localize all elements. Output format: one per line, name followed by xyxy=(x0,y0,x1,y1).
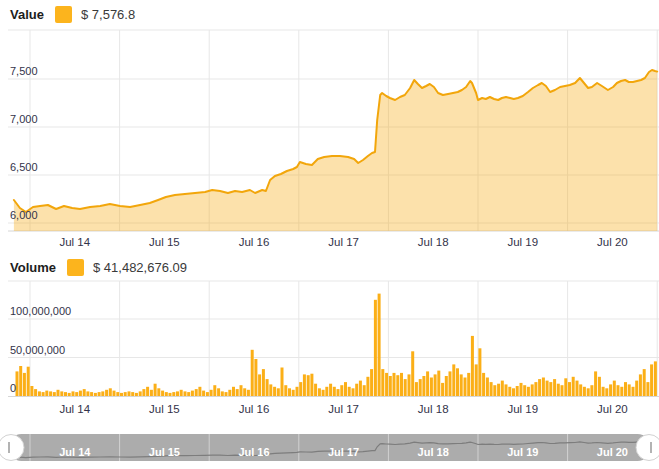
volume-bar xyxy=(396,375,399,396)
volume-bar xyxy=(34,389,37,396)
volume-bar xyxy=(139,391,142,396)
volume-bar xyxy=(497,384,500,396)
volume-bar xyxy=(225,392,228,396)
volume-bar xyxy=(579,384,582,396)
volume-bar xyxy=(176,391,179,396)
volume-bar xyxy=(325,387,328,396)
volume-bar xyxy=(90,392,93,396)
volume-bar xyxy=(38,391,41,396)
volume-bar xyxy=(296,387,299,396)
volume-bar xyxy=(538,379,541,396)
value-y-tick-label: 7,000 xyxy=(10,113,38,125)
volume-bar xyxy=(520,383,523,396)
volume-bar xyxy=(307,375,310,396)
volume-bar xyxy=(184,391,187,396)
volume-bar xyxy=(75,392,78,396)
volume-bar xyxy=(411,351,414,396)
volume-legend[interactable]: Volume $ 41,482,676.09 xyxy=(10,259,187,276)
volume-bar xyxy=(422,376,425,396)
volume-bar xyxy=(146,387,149,396)
volume-bar xyxy=(120,393,123,396)
range-navigator[interactable]: Jul 14Jul 15Jul 16Jul 17Jul 18Jul 19Jul … xyxy=(0,434,659,461)
volume-bar xyxy=(281,368,284,397)
volume-chart-labels: 050,000,000100,000,000Jul 14Jul 15Jul 16… xyxy=(10,305,628,415)
volume-bar xyxy=(531,384,534,396)
navigator-date-label: Jul 19 xyxy=(507,446,538,458)
volume-bar xyxy=(109,388,112,396)
volume-bar xyxy=(213,385,216,396)
volume-bar xyxy=(116,392,119,396)
volume-bar xyxy=(172,392,175,396)
volume-bar xyxy=(30,386,33,396)
value-legend[interactable]: Value $ 7,576.8 xyxy=(10,6,135,23)
volume-bar xyxy=(393,373,396,396)
volume-bar xyxy=(288,388,291,396)
volume-bar xyxy=(27,367,30,396)
volume-x-tick-label: Jul 18 xyxy=(418,403,449,415)
volume-bar xyxy=(635,381,638,396)
volume-bar xyxy=(426,371,429,396)
charts-canvas[interactable]: 6,0006,5007,0007,500Jul 14Jul 15Jul 16Ju… xyxy=(0,0,659,469)
volume-bar xyxy=(101,391,104,396)
volume-bar xyxy=(583,387,586,396)
volume-bar xyxy=(322,390,325,396)
volume-bar xyxy=(605,388,608,396)
volume-bar xyxy=(486,378,489,397)
volume-bar xyxy=(561,385,564,396)
volume-bar xyxy=(587,388,590,396)
navigator-left-handle[interactable] xyxy=(0,435,24,461)
volume-bar xyxy=(128,391,131,396)
volume-bar xyxy=(654,361,657,396)
volume-bar xyxy=(482,373,485,396)
volume-bar xyxy=(512,388,515,396)
volume-legend-label: Volume xyxy=(10,260,56,275)
volume-bar xyxy=(449,371,452,396)
volume-bar xyxy=(505,384,508,396)
volume-bar xyxy=(452,364,455,396)
volume-bar xyxy=(195,389,198,396)
volume-bar xyxy=(508,387,511,396)
volume-bar xyxy=(142,389,145,396)
volume-bar xyxy=(415,382,418,396)
volume-bar xyxy=(370,369,373,396)
volume-bar xyxy=(19,366,22,396)
volume-bar xyxy=(269,384,272,396)
volume-bar xyxy=(329,384,332,396)
volume-bar xyxy=(64,392,67,396)
volume-bar xyxy=(464,378,467,397)
volume-bar xyxy=(94,393,97,396)
value-x-tick-label: Jul 15 xyxy=(149,236,180,248)
volume-bar xyxy=(284,385,287,396)
value-x-tick-label: Jul 17 xyxy=(328,236,359,248)
volume-bar xyxy=(568,382,571,396)
volume-bar xyxy=(68,393,71,396)
volume-bar xyxy=(180,390,183,396)
value-y-tick-label: 6,500 xyxy=(10,161,38,173)
volume-bar xyxy=(266,379,269,396)
volume-bar xyxy=(299,382,302,396)
volume-bar xyxy=(232,387,235,396)
volume-bar xyxy=(251,350,254,396)
volume-bar xyxy=(217,388,220,396)
value-legend-amount: $ 7,576.8 xyxy=(81,7,135,22)
volume-bar xyxy=(161,391,164,396)
volume-bar xyxy=(45,391,48,396)
volume-bar xyxy=(262,369,265,396)
volume-x-tick-label: Jul 15 xyxy=(149,403,180,415)
volume-bar xyxy=(314,384,317,396)
volume-bar xyxy=(646,382,649,396)
navigator-date-label: Jul 14 xyxy=(59,446,91,458)
volume-bar xyxy=(150,390,153,396)
volume-bar xyxy=(23,373,26,396)
value-x-tick-label: Jul 14 xyxy=(59,236,90,248)
volume-bar xyxy=(49,391,52,396)
volume-y-tick-label: 0 xyxy=(10,382,16,394)
volume-bar xyxy=(236,389,239,396)
navigator-right-handle[interactable] xyxy=(636,435,659,461)
volume-bar xyxy=(434,374,437,396)
volume-bar xyxy=(210,390,213,396)
volume-bar xyxy=(501,381,504,396)
volume-bar xyxy=(57,390,60,396)
volume-bar xyxy=(490,382,493,396)
volume-bar xyxy=(445,376,448,396)
